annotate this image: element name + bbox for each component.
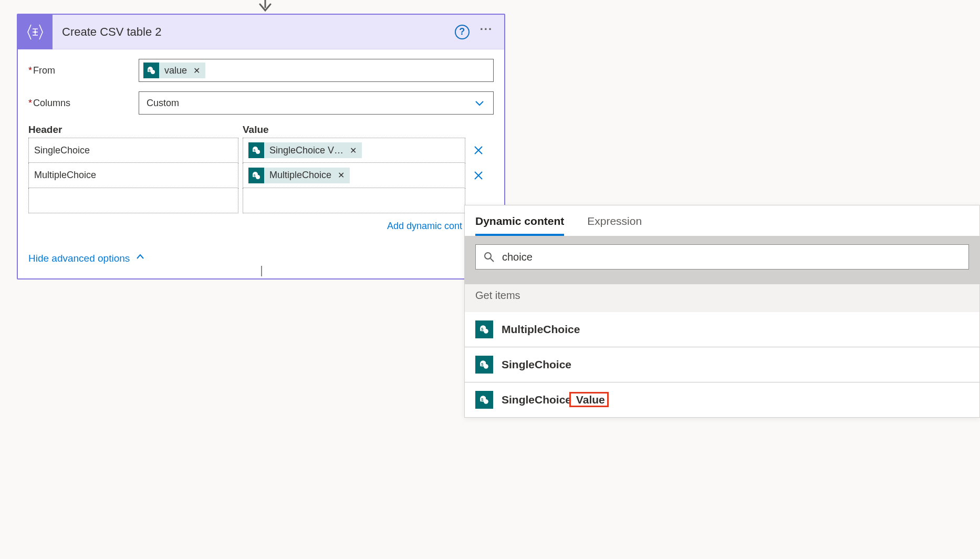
from-token[interactable]: S value ✕ (143, 63, 205, 78)
value-col-label: Value (243, 124, 494, 138)
header-cell[interactable]: MultipleChoice (28, 163, 238, 188)
svg-point-23 (484, 399, 488, 404)
sharepoint-icon: S (475, 356, 493, 374)
tab-dynamic-content[interactable]: Dynamic content (475, 215, 564, 236)
card-title[interactable]: Create CSV table 2 (53, 25, 455, 39)
svg-point-2 (151, 70, 155, 74)
sharepoint-icon: S (248, 168, 264, 183)
sharepoint-icon: S (475, 391, 493, 409)
svg-point-15 (484, 329, 488, 334)
value-cell[interactable]: S MultipleChoice ✕ (243, 163, 465, 188)
add-dynamic-content-link[interactable]: Add dynamic cont (28, 221, 494, 232)
from-row: *From S value ✕ (28, 59, 494, 82)
table-row: MultipleChoice S MultipleChoice ✕ (28, 163, 494, 188)
token-remove-icon[interactable]: ✕ (193, 66, 200, 76)
dyn-item-singlechoice-value[interactable]: S SingleChoice Value (465, 382, 979, 417)
data-operations-icon (18, 15, 53, 49)
delete-row-button[interactable] (465, 138, 492, 163)
flow-arrow-icon (257, 0, 273, 14)
select-value: Custom (147, 98, 179, 109)
svg-text:S: S (254, 174, 256, 177)
columns-table: Header Value SingleChoice S SingleChoice… (28, 124, 494, 213)
hide-advanced-label: Hide advanced options (28, 253, 130, 264)
dyn-item-label: SingleChoice (502, 358, 571, 371)
dyn-item-label: SingleChoice Value (502, 394, 609, 406)
hide-advanced-link[interactable]: Hide advanced options (28, 252, 494, 265)
svg-text:S: S (481, 327, 484, 331)
svg-point-19 (484, 364, 488, 369)
token-remove-icon[interactable]: ✕ (338, 170, 345, 180)
header-col-label: Header (28, 124, 243, 138)
svg-point-6 (256, 150, 260, 154)
dyn-item-label: MultipleChoice (502, 323, 580, 336)
dyn-item-singlechoice[interactable]: S SingleChoice (465, 347, 979, 382)
more-icon[interactable]: ··· (480, 27, 493, 37)
svg-point-0 (34, 31, 36, 33)
columns-row: *Columns Custom (28, 91, 494, 115)
dynamic-content-panel: Dynamic content Expression choice Get it… (464, 205, 980, 418)
table-row: SingleChoice S SingleChoice V… ✕ (28, 138, 494, 163)
columns-label: *Columns (28, 98, 139, 109)
connector-line (261, 266, 262, 276)
highlight-annotation: Value (569, 392, 609, 407)
value-token[interactable]: S SingleChoice V… ✕ (248, 142, 362, 158)
from-input[interactable]: S value ✕ (139, 59, 494, 82)
header-cell[interactable]: SingleChoice (28, 138, 238, 163)
chevron-down-icon (473, 97, 486, 109)
svg-text:S: S (254, 149, 256, 152)
card-header[interactable]: Create CSV table 2 ? ··· (18, 15, 504, 49)
value-cell[interactable] (243, 188, 465, 213)
value-token[interactable]: S MultipleChoice ✕ (248, 168, 350, 183)
card-body: *From S value ✕ *Columns Custom (18, 49, 504, 278)
section-title: Get items (465, 284, 979, 312)
svg-text:S: S (481, 363, 484, 366)
svg-point-10 (256, 175, 260, 179)
search-icon (483, 251, 495, 263)
header-cell[interactable] (28, 188, 238, 213)
help-icon[interactable]: ? (455, 25, 470, 39)
table-row-empty (28, 188, 494, 213)
dyn-tabs: Dynamic content Expression (465, 205, 979, 236)
svg-text:S: S (481, 398, 484, 401)
dyn-item-multiplechoice[interactable]: S MultipleChoice (465, 312, 979, 347)
search-area: choice (465, 236, 979, 284)
sharepoint-icon: S (475, 320, 493, 338)
dyn-list: S MultipleChoice S SingleChoice S Single… (465, 312, 979, 417)
search-value: choice (502, 251, 533, 263)
value-cell[interactable]: S SingleChoice V… ✕ (243, 138, 465, 163)
sharepoint-icon: S (143, 63, 159, 78)
token-remove-icon[interactable]: ✕ (350, 146, 357, 156)
token-label: SingleChoice V… (269, 145, 343, 156)
columns-select[interactable]: Custom (139, 91, 494, 115)
svg-text:S: S (149, 69, 151, 72)
tab-expression[interactable]: Expression (587, 215, 642, 236)
chevron-up-icon (135, 252, 145, 265)
sharepoint-icon: S (248, 142, 264, 158)
token-label: MultipleChoice (269, 170, 331, 181)
svg-point-13 (485, 253, 491, 259)
token-label: value (164, 65, 187, 76)
from-label: *From (28, 65, 139, 76)
search-input[interactable]: choice (475, 244, 969, 270)
action-card: Create CSV table 2 ? ··· *From S value ✕… (17, 14, 505, 280)
delete-row-button[interactable] (465, 163, 492, 188)
